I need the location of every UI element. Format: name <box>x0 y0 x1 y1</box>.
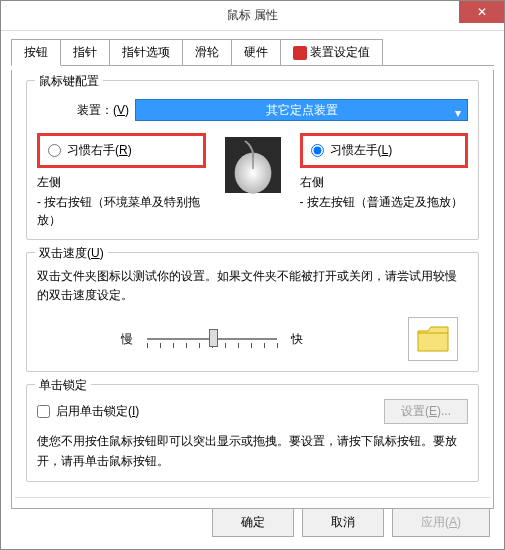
right-hand-radio[interactable]: 习惯右手(R) <box>48 142 185 159</box>
right-column: 习惯左手(L) 右侧 - 按左按钮（普通选定及拖放） <box>300 133 469 211</box>
left-side-desc: - 按右按钮（环境菜单及特别拖放） <box>37 193 206 229</box>
left-column: 习惯右手(R) 左侧 - 按右按钮（环境菜单及特别拖放） <box>37 133 206 229</box>
window-title: 鼠标 属性 <box>227 7 278 24</box>
right-side-desc: - 按左按钮（普通选定及拖放） <box>300 193 469 211</box>
left-hand-highlight: 习惯左手(L) <box>300 133 469 168</box>
device-label: 装置：(V) <box>77 102 129 119</box>
dialog-footer: 确定 取消 应用(A) <box>15 497 490 537</box>
speed-slider[interactable] <box>147 327 277 351</box>
close-icon: ✕ <box>477 5 487 19</box>
tab-pointer-options[interactable]: 指针选项 <box>109 39 183 65</box>
lock-row: 启用单击锁定(I) 设置(E)... <box>37 399 468 424</box>
chevron-down-icon: ▾ <box>455 103 461 123</box>
right-hand-highlight: 习惯右手(R) <box>37 133 206 168</box>
left-side-title: 左侧 <box>37 174 206 191</box>
speed-slider-wrap: 慢 <box>107 327 317 351</box>
group-title-config: 鼠标键配置 <box>35 73 103 90</box>
tab-hardware[interactable]: 硬件 <box>231 39 281 65</box>
clicklock-settings-button: 设置(E)... <box>384 399 468 424</box>
cancel-button[interactable]: 取消 <box>302 508 384 537</box>
clicklock-input[interactable] <box>37 405 50 418</box>
slider-thumb[interactable] <box>209 329 218 347</box>
group-title-dblclick: 双击速度(U) <box>35 245 108 262</box>
lock-desc: 使您不用按住鼠标按钮即可以突出显示或拖拽。要设置，请按下鼠标按钮。要放开，请再单… <box>37 432 468 470</box>
test-folder[interactable] <box>408 317 458 361</box>
device-select[interactable]: 其它定点装置 ▾ <box>135 99 468 121</box>
fast-label: 快 <box>291 331 303 348</box>
dblclick-group: 双击速度(U) 双击文件夹图标以测试你的设置。如果文件夹不能被打开或关闭，请尝试… <box>26 252 479 372</box>
tab-buttons[interactable]: 按钮 <box>11 39 61 66</box>
mouse-image <box>218 133 288 197</box>
close-button[interactable]: ✕ <box>459 1 504 23</box>
hand-config-row: 习惯右手(R) 左侧 - 按右按钮（环境菜单及特别拖放） <box>37 133 468 229</box>
mouse-icon <box>223 135 283 195</box>
right-side-title: 右侧 <box>300 174 469 191</box>
button-config-group: 鼠标键配置 装置：(V) 其它定点装置 ▾ 习惯右手(R) <box>26 80 479 240</box>
left-hand-radio[interactable]: 习惯左手(L) <box>311 142 448 159</box>
slow-label: 慢 <box>121 331 133 348</box>
tab-panel: 鼠标键配置 装置：(V) 其它定点装置 ▾ 习惯右手(R) <box>11 70 494 509</box>
clicklock-group: 单击锁定 启用单击锁定(I) 设置(E)... 使您不用按住鼠标按钮即可以突出显… <box>26 384 479 481</box>
apply-button[interactable]: 应用(A) <box>392 508 490 537</box>
dblclick-row: 慢 <box>37 317 468 361</box>
synaptics-icon <box>293 46 307 60</box>
titlebar: 鼠标 属性 ✕ <box>1 1 504 31</box>
tab-strip: 按钮 指针 指针选项 滑轮 硬件 装置设定值 <box>11 39 494 66</box>
ok-button[interactable]: 确定 <box>212 508 294 537</box>
device-value: 其它定点装置 <box>266 103 338 117</box>
left-hand-input[interactable] <box>311 144 324 157</box>
tab-wheel[interactable]: 滑轮 <box>182 39 232 65</box>
tab-device-settings[interactable]: 装置设定值 <box>280 39 383 65</box>
enable-clicklock-checkbox[interactable]: 启用单击锁定(I) <box>37 403 139 420</box>
content-area: 按钮 指针 指针选项 滑轮 硬件 装置设定值 鼠标键配置 装置：(V) 其它定点… <box>1 31 504 517</box>
dblclick-desc: 双击文件夹图标以测试你的设置。如果文件夹不能被打开或关闭，请尝试用较慢的双击速度… <box>37 267 468 305</box>
device-row: 装置：(V) 其它定点装置 ▾ <box>37 99 468 121</box>
tab-pointer[interactable]: 指针 <box>60 39 110 65</box>
mouse-properties-window: 鼠标 属性 ✕ 按钮 指针 指针选项 滑轮 硬件 装置设定值 鼠标键配置 装置：… <box>0 0 505 550</box>
right-hand-input[interactable] <box>48 144 61 157</box>
folder-icon <box>416 325 450 353</box>
group-title-lock: 单击锁定 <box>35 377 91 394</box>
